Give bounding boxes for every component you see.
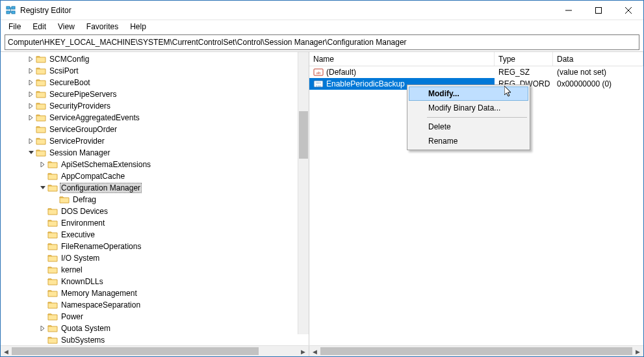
tree-item[interactable]: NamespaceSeparation xyxy=(1,299,309,311)
tree-item-label: KnownDLLs xyxy=(60,277,105,286)
context-menu-item[interactable]: Rename xyxy=(409,134,528,148)
tree-item-label: DOS Devices xyxy=(60,207,109,216)
menu-help[interactable]: Help xyxy=(125,21,151,33)
folder-icon xyxy=(47,160,58,169)
values-header: Name Type Data xyxy=(309,52,643,66)
tree-scroll[interactable]: SCMConfigScsiPortSecureBootSecurePipeSer… xyxy=(1,52,309,345)
window-title: Registry Editor xyxy=(20,6,554,15)
expand-arrow-icon[interactable] xyxy=(27,113,36,122)
scrollbar-thumb[interactable] xyxy=(320,347,632,355)
tree-vertical-scrollbar[interactable] xyxy=(298,52,309,334)
tree-item-label: Executive xyxy=(60,230,96,239)
scroll-right-icon[interactable]: ▶ xyxy=(632,346,643,357)
menu-separator xyxy=(427,117,527,118)
tree-item[interactable]: AppCompatCache xyxy=(1,170,309,182)
scroll-left-icon[interactable]: ◀ xyxy=(309,346,320,357)
context-menu-item[interactable]: Modify... xyxy=(409,86,528,101)
tree-item[interactable]: ServiceGroupOrder xyxy=(1,124,309,135)
tree-item[interactable]: SecurePipeServers xyxy=(1,88,309,100)
tree-item-label: ScsiPort xyxy=(48,66,80,75)
tree-pane: SCMConfigScsiPortSecureBootSecurePipeSer… xyxy=(1,52,309,345)
expand-arrow-icon[interactable] xyxy=(38,160,47,169)
tree-item[interactable]: FileRenameOperations xyxy=(1,241,309,252)
tree-item[interactable]: I/O System xyxy=(1,252,309,264)
tree-item[interactable]: DOS Devices xyxy=(1,205,309,217)
tree-item-label: FileRenameOperations xyxy=(60,242,142,251)
tree-item[interactable]: ScsiPort xyxy=(1,65,309,77)
expand-arrow-icon[interactable] xyxy=(27,55,36,64)
maximize-button[interactable] xyxy=(584,1,613,20)
window-controls xyxy=(554,1,643,20)
tree-item[interactable]: KnownDLLs xyxy=(1,276,309,287)
tree-horizontal-scrollbar[interactable]: ◀ ▶ xyxy=(1,346,309,356)
value-name: (Default) xyxy=(326,68,356,77)
folder-icon xyxy=(47,254,58,263)
scroll-left-icon[interactable]: ◀ xyxy=(1,346,12,357)
expand-arrow-icon[interactable] xyxy=(27,90,36,99)
tree-item[interactable]: Configuration Manager xyxy=(1,182,309,194)
tree-item[interactable]: SecurityProviders xyxy=(1,100,309,112)
tree-item[interactable]: Memory Management xyxy=(1,287,309,299)
tree-item-label: SecurePipeServers xyxy=(48,90,118,99)
address-bar[interactable]: Computer\HKEY_LOCAL_MACHINE\SYSTEM\Curre… xyxy=(5,34,639,50)
folder-icon xyxy=(47,277,58,286)
tree-item[interactable]: ServiceAggregatedEvents xyxy=(1,112,309,124)
column-header-type[interactable]: Type xyxy=(495,52,553,66)
menu-file[interactable]: File xyxy=(3,21,26,33)
tree-item-label: SCMConfig xyxy=(48,55,90,64)
expand-arrow-icon[interactable] xyxy=(27,101,36,111)
value-row[interactable]: ab(Default)REG_SZ(value not set) xyxy=(309,66,643,78)
tree-item[interactable]: Session Manager xyxy=(1,147,309,159)
tree-item[interactable]: SCMConfig xyxy=(1,53,309,65)
content-area: SCMConfigScsiPortSecureBootSecurePipeSer… xyxy=(1,51,643,345)
tree-item-label: AppCompatCache xyxy=(60,172,126,181)
tree-item[interactable]: Executive xyxy=(1,229,309,241)
context-menu-item[interactable]: Modify Binary Data... xyxy=(409,101,528,115)
collapse-arrow-icon[interactable] xyxy=(38,183,47,192)
folder-icon xyxy=(36,137,46,146)
expand-arrow-icon[interactable] xyxy=(27,137,36,146)
expand-arrow-icon[interactable] xyxy=(27,78,36,87)
scrollbar-thumb[interactable] xyxy=(12,347,259,355)
menu-edit[interactable]: Edit xyxy=(27,21,51,33)
value-data: 0x00000000 (0) xyxy=(553,78,643,90)
value-name: EnablePeriodicBackup xyxy=(326,79,405,88)
tree-item[interactable]: SecureBoot xyxy=(1,77,309,88)
values-horizontal-scrollbar[interactable]: ◀ ▶ xyxy=(309,346,643,356)
tree-item[interactable]: Environment xyxy=(1,217,309,229)
svg-text:ab: ab xyxy=(316,70,321,75)
horizontal-scrollbars: ◀ ▶ ◀ ▶ xyxy=(1,345,643,356)
tree-item[interactable]: ApiSetSchemaExtensions xyxy=(1,159,309,170)
tree-item-label: NamespaceSeparation xyxy=(60,300,142,310)
tree-item[interactable]: Defrag xyxy=(1,194,309,205)
collapse-arrow-icon[interactable] xyxy=(27,148,36,157)
menu-view[interactable]: View xyxy=(53,21,80,33)
scrollbar-thumb[interactable] xyxy=(299,111,308,159)
scroll-right-icon[interactable]: ▶ xyxy=(298,346,309,357)
context-menu: Modify...Modify Binary Data...DeleteRena… xyxy=(407,85,530,150)
column-header-data[interactable]: Data xyxy=(553,52,643,66)
tree-item-label: ServiceAggregatedEvents xyxy=(48,113,141,122)
tree-item-label: ServiceProvider xyxy=(48,137,106,146)
tree-item[interactable]: Power xyxy=(1,311,309,323)
folder-icon xyxy=(47,183,58,192)
column-header-name[interactable]: Name xyxy=(309,52,495,66)
tree-item[interactable]: kernel xyxy=(1,264,309,276)
folder-icon xyxy=(47,242,58,251)
expand-arrow-icon[interactable] xyxy=(27,66,36,75)
expand-arrow-icon[interactable] xyxy=(38,324,47,333)
minimize-button[interactable] xyxy=(554,1,584,20)
tree-item[interactable]: ServiceProvider xyxy=(1,135,309,147)
folder-icon xyxy=(47,265,58,274)
tree-item[interactable]: SubSystems xyxy=(1,334,309,345)
value-name-cell: ab(Default) xyxy=(309,66,495,78)
folder-icon xyxy=(36,113,46,122)
close-button[interactable] xyxy=(613,1,643,20)
folder-icon xyxy=(36,125,46,134)
context-menu-item[interactable]: Delete xyxy=(409,120,528,134)
tree-item-label: Memory Management xyxy=(60,289,138,298)
menu-favorites[interactable]: Favorites xyxy=(81,21,123,33)
folder-icon xyxy=(36,101,46,111)
folder-icon xyxy=(36,148,46,157)
tree-item[interactable]: Quota System xyxy=(1,323,309,334)
